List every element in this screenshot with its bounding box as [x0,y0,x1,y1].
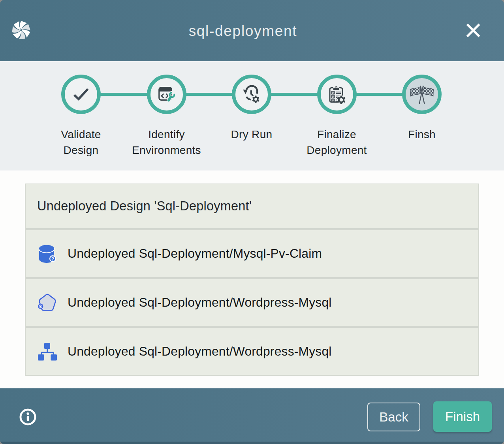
svg-text:?: ? [51,256,54,261]
